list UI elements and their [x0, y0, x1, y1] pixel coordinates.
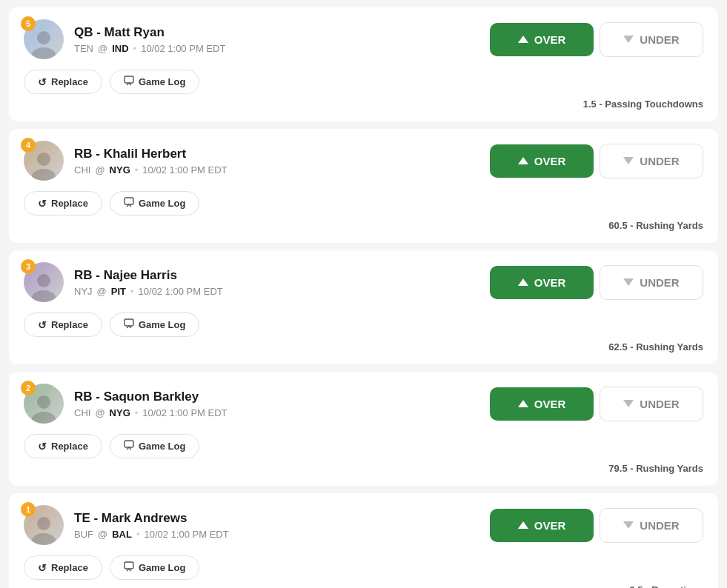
bet-buttons: OVER UNDER: [490, 387, 703, 421]
player-card-2: 3 RB - Najee Harris NYJ @ PIT •: [9, 250, 718, 364]
player-fullname: Matt Ryan: [104, 25, 165, 39]
rank-badge: 3: [21, 259, 36, 274]
gamelog-icon: [124, 197, 134, 210]
arrow-up-icon: [518, 36, 528, 43]
svg-point-13: [32, 533, 56, 545]
game-time: 10/02 1:00 PM EDT: [142, 164, 227, 176]
player-fullname: Khalil Herbert: [104, 147, 186, 161]
separator-dot: •: [135, 407, 139, 418]
svg-rect-8: [125, 319, 133, 326]
player-card-0: 5 QB - Matt Ryan TEN @ IND •: [9, 7, 718, 121]
player-name: TE - Mark Andrews: [74, 511, 229, 526]
game-time: 10/02 1:00 PM EDT: [141, 43, 225, 54]
player-left: 5 QB - Matt Ryan TEN @ IND •: [24, 19, 225, 59]
replace-button[interactable]: ↺ Replace: [24, 313, 102, 337]
player-card-1: 4 RB - Khalil Herbert CHI @ NYG •: [9, 129, 718, 243]
gamelog-icon: [124, 76, 134, 88]
gamelog-button[interactable]: Game Log: [110, 70, 200, 94]
avatar-wrap: 3: [24, 262, 64, 302]
gamelog-button[interactable]: Game Log: [110, 555, 200, 580]
arrow-up-icon: [518, 278, 528, 286]
arrow-down-icon: [623, 36, 634, 43]
stat-line: 79.5 - Rushing Yards: [24, 463, 703, 474]
player-row: 4 RB - Khalil Herbert CHI @ NYG •: [24, 141, 703, 181]
under-button[interactable]: UNDER: [600, 387, 703, 421]
arrow-down-icon: [623, 278, 634, 286]
under-label: UNDER: [640, 398, 679, 410]
player-left: 3 RB - Najee Harris NYJ @ PIT •: [24, 262, 223, 302]
player-meta: CHI @ NYG • 10/02 1:00 PM EDT: [74, 164, 228, 176]
gamelog-button[interactable]: Game Log: [110, 434, 200, 458]
under-button[interactable]: UNDER: [600, 265, 703, 300]
player-info: QB - Matt Ryan TEN @ IND • 10/02 1:00 PM…: [74, 25, 225, 54]
action-row: ↺ Replace Game Log: [24, 434, 703, 458]
svg-point-4: [32, 169, 56, 181]
action-row: ↺ Replace Game Log: [24, 70, 703, 94]
replace-icon: ↺: [38, 319, 47, 331]
rank-badge: 2: [21, 381, 36, 395]
replace-button[interactable]: ↺ Replace: [24, 555, 102, 580]
away-team: CHI: [74, 407, 90, 418]
over-button[interactable]: OVER: [490, 509, 594, 542]
svg-point-1: [32, 47, 56, 59]
bet-buttons: OVER UNDER: [490, 22, 703, 57]
gamelog-button[interactable]: Game Log: [110, 191, 200, 216]
replace-button[interactable]: ↺ Replace: [24, 70, 102, 94]
at-symbol: @: [95, 407, 104, 418]
bet-buttons: OVER UNDER: [490, 144, 703, 178]
under-button[interactable]: UNDER: [600, 22, 703, 57]
bet-buttons: OVER UNDER: [490, 265, 703, 300]
away-team: NYJ: [74, 286, 93, 297]
under-button[interactable]: UNDER: [600, 508, 703, 543]
arrow-down-icon: [623, 157, 634, 164]
game-time: 10/02 1:00 PM EDT: [142, 407, 227, 418]
svg-point-7: [32, 290, 56, 302]
replace-label: Replace: [51, 319, 88, 330]
replace-label: Replace: [51, 562, 88, 573]
player-left: 2 RB - Saquon Barkley CHI @ NYG •: [24, 384, 228, 424]
player-row: 1 TE - Mark Andrews BUF @ BAL •: [24, 505, 703, 545]
under-button[interactable]: UNDER: [600, 144, 703, 178]
player-row: 5 QB - Matt Ryan TEN @ IND •: [24, 19, 703, 59]
player-row: 3 RB - Najee Harris NYJ @ PIT •: [24, 262, 703, 302]
action-row: ↺ Replace Game Log: [24, 555, 703, 580]
replace-label: Replace: [51, 198, 88, 209]
player-name: RB - Najee Harris: [74, 268, 223, 283]
replace-button[interactable]: ↺ Replace: [24, 191, 102, 216]
replace-label: Replace: [51, 76, 88, 87]
gamelog-button[interactable]: Game Log: [110, 313, 200, 337]
separator-dot: •: [136, 529, 140, 540]
over-label: OVER: [534, 33, 566, 46]
gamelog-icon: [124, 440, 134, 452]
over-button[interactable]: OVER: [490, 266, 594, 299]
over-button[interactable]: OVER: [490, 387, 594, 421]
avatar-wrap: 1: [24, 505, 64, 545]
player-left: 4 RB - Khalil Herbert CHI @ NYG •: [24, 141, 228, 181]
player-position: RB -: [74, 268, 104, 282]
away-team: TEN: [74, 43, 93, 54]
at-symbol: @: [95, 164, 104, 176]
player-fullname: Mark Andrews: [102, 511, 187, 525]
player-meta: CHI @ NYG • 10/02 1:00 PM EDT: [74, 407, 228, 418]
separator-dot: •: [135, 164, 139, 176]
over-button[interactable]: OVER: [490, 144, 594, 178]
svg-point-6: [37, 274, 50, 287]
avatar-wrap: 2: [24, 384, 64, 424]
replace-icon: ↺: [38, 441, 47, 452]
svg-point-10: [32, 412, 56, 424]
stat-line: 1.5 - Passing Touchdowns: [24, 98, 703, 110]
over-label: OVER: [534, 276, 566, 289]
rank-badge: 4: [21, 138, 36, 153]
under-label: UNDER: [640, 276, 679, 289]
game-time: 10/02 1:00 PM EDT: [139, 286, 223, 297]
gamelog-icon: [124, 318, 134, 331]
svg-point-0: [37, 31, 50, 44]
player-row: 2 RB - Saquon Barkley CHI @ NYG •: [24, 384, 703, 424]
arrow-up-icon: [518, 157, 528, 164]
under-label: UNDER: [640, 33, 679, 46]
over-button[interactable]: OVER: [490, 23, 594, 56]
player-position: RB -: [74, 147, 104, 161]
arrow-up-icon: [518, 521, 528, 529]
at-symbol: @: [97, 286, 107, 297]
replace-button[interactable]: ↺ Replace: [24, 434, 102, 458]
